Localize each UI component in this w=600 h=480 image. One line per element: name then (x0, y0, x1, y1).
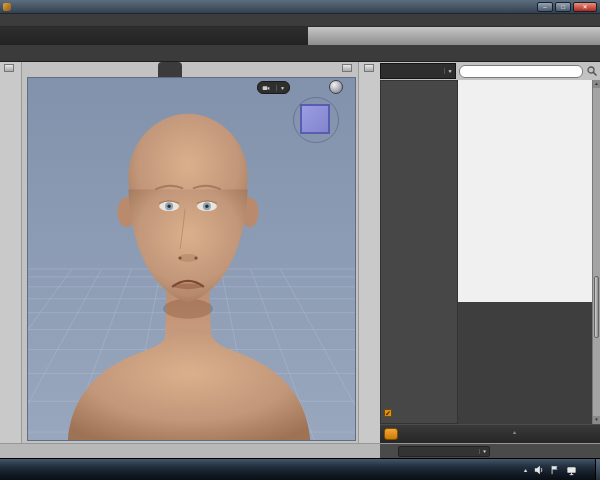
panel-menu-icon[interactable] (4, 64, 14, 72)
tips-button[interactable] (384, 428, 398, 440)
search-icon (586, 65, 598, 77)
activity-bar (0, 27, 600, 45)
app-icon (3, 3, 11, 11)
titlebar: – □ ✕ (0, 0, 600, 14)
viewport-options-icon[interactable] (342, 64, 352, 72)
minimize-button[interactable]: – (537, 2, 553, 12)
panel-menu-icon[interactable] (364, 64, 374, 72)
lesson-bar: ▼ (380, 444, 600, 459)
toolbar (0, 45, 600, 62)
lesson-row: ▼ (0, 443, 600, 458)
shaded-view-icon[interactable] (329, 80, 343, 94)
slider-list (458, 80, 592, 424)
windows-taskbar: ▲ (0, 458, 600, 480)
collapse-handle[interactable]: ▲ (512, 429, 517, 435)
view-selector-dropdown[interactable]: ▼ (257, 81, 290, 94)
chevron-down-icon: ▼ (479, 449, 489, 454)
show-desktop-button[interactable] (595, 459, 600, 480)
parameter-group-tree (380, 80, 458, 424)
daz-studio-window: – □ ✕ (0, 0, 600, 480)
scroll-up-icon[interactable]: ▲ (593, 80, 600, 88)
viewport-tab[interactable] (158, 62, 182, 77)
main-area: ▼ ▼ ✓ ▲ ▼ (0, 62, 600, 443)
show-sub-items-checkbox[interactable]: ✓ (384, 409, 395, 417)
scroll-down-icon[interactable]: ▼ (593, 416, 600, 424)
network-icon[interactable] (566, 465, 577, 476)
close-button[interactable]: ✕ (573, 2, 597, 12)
system-tray: ▲ (517, 459, 593, 480)
action-center-flag-icon[interactable] (550, 465, 560, 475)
figure-preset-dropdown[interactable]: ▼ (380, 63, 456, 79)
scrollbar[interactable]: ▲ ▼ (592, 80, 600, 424)
scrollbar-thumb[interactable] (594, 276, 599, 338)
volume-icon[interactable] (534, 465, 544, 475)
brand-bar (308, 27, 600, 45)
menubar (0, 14, 600, 27)
chevron-down-icon: ▼ (444, 68, 455, 74)
tips-bar: ▲ (380, 424, 600, 443)
viewport-canvas[interactable]: ▼ (27, 77, 356, 441)
left-dock-strip (0, 62, 22, 443)
select-lesson-dropdown[interactable]: ▼ (398, 446, 490, 457)
hidden-icons-arrow-icon[interactable]: ▲ (523, 467, 528, 473)
right-dock-strip (358, 62, 380, 443)
view-cube[interactable] (300, 104, 330, 134)
camera-icon (262, 84, 270, 92)
chevron-down-icon: ▼ (276, 85, 285, 91)
checkbox-check-icon: ✓ (384, 409, 392, 417)
filter-input[interactable] (459, 65, 583, 78)
maximize-button[interactable]: □ (555, 2, 571, 12)
